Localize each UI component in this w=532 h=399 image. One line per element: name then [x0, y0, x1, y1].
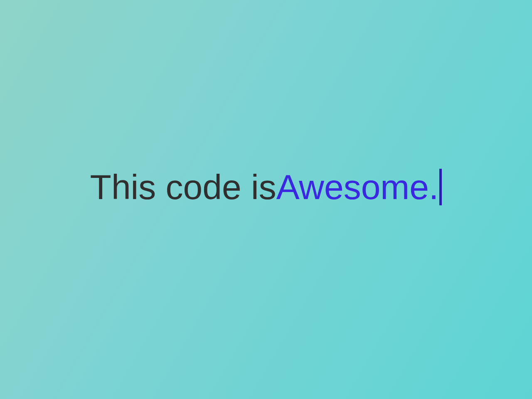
static-text: This code is: [90, 170, 276, 204]
dynamic-text: Awesome.: [276, 170, 439, 204]
typewriter-text: This code is Awesome.: [90, 169, 442, 205]
cursor-icon: [439, 169, 442, 205]
